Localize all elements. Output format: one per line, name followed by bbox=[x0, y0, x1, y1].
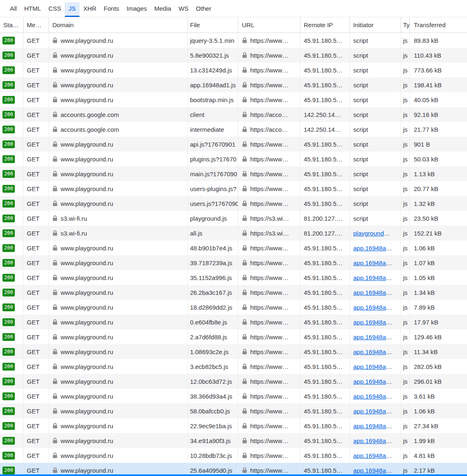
filter-tab-xhr[interactable]: XHR bbox=[80, 2, 100, 15]
table-row[interactable]: 200 GET www.playground.ru 13.c314249d.js… bbox=[0, 63, 467, 77]
table-row[interactable]: 200 GET www.playground.ru 39.7187239a.js… bbox=[0, 255, 467, 270]
file-cell: 12.0bc63d72.js bbox=[188, 374, 238, 389]
status-badge: 200 bbox=[2, 170, 15, 178]
url-cell: https://www… bbox=[238, 270, 300, 285]
table-row[interactable]: 200 GET www.playground.ru 26.2ba3c167.js… bbox=[0, 285, 467, 300]
table-row[interactable]: 200 GET accounts.google.com client https… bbox=[0, 107, 467, 122]
column-header-type[interactable]: Ty bbox=[401, 17, 410, 33]
filter-tab-media[interactable]: Media bbox=[150, 2, 175, 15]
transferred-cell: 152.21 kB bbox=[410, 226, 467, 240]
status-cell: 200 bbox=[0, 77, 23, 92]
initiator-link[interactable]: app.16948a bbox=[353, 363, 386, 370]
filter-tab-all[interactable]: All bbox=[6, 2, 21, 15]
table-row[interactable]: 200 GET www.playground.ru bootstrap.min.… bbox=[0, 92, 467, 107]
column-header-method[interactable]: Me… bbox=[23, 17, 49, 33]
table-row[interactable]: 200 GET www.playground.ru main.js?176709… bbox=[0, 166, 467, 181]
type-cell: js bbox=[401, 270, 410, 285]
domain-text: www.playground.ru bbox=[61, 52, 113, 59]
initiator-link[interactable]: app.16948a bbox=[353, 393, 386, 400]
initiator-cell: script bbox=[350, 137, 401, 152]
table-row[interactable]: 200 GET www.playground.ru 1.08693c2e.js … bbox=[0, 344, 467, 359]
table-row[interactable]: 200 GET www.playground.ru 48.b901b7e4.js… bbox=[0, 240, 467, 255]
table-row[interactable]: 200 GET www.playground.ru api.js?1767090… bbox=[0, 137, 467, 152]
initiator-link[interactable]: app.16948a bbox=[353, 259, 386, 266]
method-cell: GET bbox=[23, 181, 49, 196]
initiator-link[interactable]: app.16948a bbox=[353, 408, 386, 415]
transferred-cell: 773.66 kB bbox=[410, 63, 467, 77]
lock-icon bbox=[52, 423, 58, 429]
file-cell: intermediate bbox=[188, 122, 238, 137]
url-text: https://acco… bbox=[250, 111, 288, 118]
column-header-url[interactable]: URL bbox=[238, 17, 300, 33]
initiator-link[interactable]: app.16948a bbox=[353, 304, 386, 311]
file-cell: app.16948ad1.js bbox=[188, 77, 238, 92]
table-row[interactable]: 200 GET www.playground.ru 58.0bafccb0.js… bbox=[0, 404, 467, 418]
initiator-cell: script bbox=[350, 166, 401, 181]
table-row[interactable]: 200 GET www.playground.ru 12.0bc63d72.js… bbox=[0, 374, 467, 389]
table-row[interactable]: 200 GET www.playground.ru 10.28bdb73c.js… bbox=[0, 448, 467, 463]
filter-tab-images[interactable]: Images bbox=[123, 2, 150, 15]
initiator-link[interactable]: app.16948a bbox=[353, 422, 386, 429]
table-row[interactable]: 200 GET www.playground.ru plugins.js?176… bbox=[0, 152, 467, 166]
transferred-cell: 1.34 kB bbox=[410, 285, 467, 300]
initiator-link[interactable]: app.16948a bbox=[353, 437, 386, 444]
column-header-domain[interactable]: Domain bbox=[49, 17, 188, 33]
table-row[interactable]: 200 GET www.playground.ru 3.ecb82bc5.js … bbox=[0, 359, 467, 374]
url-cell: https://www… bbox=[238, 166, 300, 181]
table-row[interactable]: 200 GET www.playground.ru 0.e604fb8e.js … bbox=[0, 315, 467, 329]
table-row[interactable]: 200 GET s3.wi-fi.ru all.js https://s3.wi… bbox=[0, 226, 467, 240]
lock-icon bbox=[242, 378, 247, 385]
initiator-link[interactable]: app.16948a bbox=[353, 348, 386, 355]
url-text: https://www… bbox=[250, 437, 289, 444]
table-row[interactable]: 200 GET www.playground.ru 22.9ec9e1ba.js… bbox=[0, 418, 467, 433]
url-cell: https://www… bbox=[238, 418, 300, 433]
initiator-link[interactable]: app.16948a bbox=[353, 319, 386, 326]
url-cell: https://acco… bbox=[238, 122, 300, 137]
filter-tab-html[interactable]: HTML bbox=[21, 2, 45, 15]
table-row[interactable]: 200 GET www.playground.ru jquery-3.5.1.m… bbox=[0, 33, 467, 48]
column-header-transferred[interactable]: Transferred bbox=[410, 17, 467, 33]
table-row[interactable]: 200 GET www.playground.ru 34.e91a90f3.js… bbox=[0, 433, 467, 448]
initiator-link[interactable]: app.16948a bbox=[353, 378, 386, 385]
column-header-initiator[interactable]: Initiator bbox=[350, 17, 401, 33]
table-row[interactable]: 200 GET www.playground.ru 2.a7d6fd88.js … bbox=[0, 329, 467, 344]
table-row[interactable]: 200 GET s3.wi-fi.ru playground.js https:… bbox=[0, 211, 467, 226]
table-row[interactable]: 200 GET www.playground.ru users.js?17670… bbox=[0, 196, 467, 211]
table-row[interactable]: 200 GET www.playground.ru app.16948ad1.j… bbox=[0, 77, 467, 92]
table-row[interactable]: 200 GET www.playground.ru 38.366d93a4.js… bbox=[0, 389, 467, 404]
table-row[interactable]: 200 GET www.playground.ru 5.8e900321.js … bbox=[0, 48, 467, 63]
column-header-status[interactable]: Sta… bbox=[0, 17, 23, 33]
status-cell: 200 bbox=[0, 404, 23, 418]
file-cell: 18.d2869dd2.js bbox=[188, 300, 238, 315]
url-text: https://www… bbox=[250, 245, 289, 252]
initiator-link[interactable]: app.16948a bbox=[353, 289, 386, 296]
file-cell: plugins.js?17670 bbox=[188, 152, 238, 166]
domain-cell: www.playground.ru bbox=[49, 329, 188, 344]
filter-tab-other[interactable]: Other bbox=[192, 2, 215, 15]
file-cell: bootstrap.min.js bbox=[188, 92, 238, 107]
initiator-link[interactable]: app.16948a bbox=[353, 245, 386, 252]
initiator-link[interactable]: app.16948a bbox=[353, 274, 386, 281]
filter-tab-js[interactable]: JS bbox=[65, 2, 80, 15]
lock-icon bbox=[242, 423, 247, 429]
lock-icon bbox=[52, 467, 58, 474]
initiator-link[interactable]: app.16948a bbox=[353, 467, 386, 474]
filter-tab-fonts[interactable]: Fonts bbox=[100, 2, 123, 15]
lock-icon bbox=[52, 67, 58, 73]
filter-tab-ws[interactable]: WS bbox=[175, 2, 192, 15]
initiator-link[interactable]: playground bbox=[353, 230, 384, 237]
table-row[interactable]: 200 GET www.playground.ru 35.1152a996.js… bbox=[0, 270, 467, 285]
column-header-file[interactable]: File bbox=[188, 17, 238, 33]
initiator-link[interactable]: app.16948a bbox=[353, 334, 386, 341]
table-row[interactable]: 200 GET www.playground.ru 18.d2869dd2.js… bbox=[0, 300, 467, 315]
file-cell: 0.e604fb8e.js bbox=[188, 315, 238, 329]
initiator-truncation-ellipsis: … bbox=[386, 422, 392, 429]
remote-ip-cell: 45.91.180.5… bbox=[300, 448, 350, 463]
column-header-remote-ip[interactable]: Remote IP bbox=[300, 17, 350, 33]
type-cell: js bbox=[401, 300, 410, 315]
table-row[interactable]: 200 GET accounts.google.com intermediate… bbox=[0, 122, 467, 137]
filter-tab-css[interactable]: CSS bbox=[45, 2, 65, 15]
initiator-link[interactable]: app.16948a bbox=[353, 452, 386, 459]
table-row[interactable]: 200 GET www.playground.ru users-plugins.… bbox=[0, 181, 467, 196]
status-badge: 200 bbox=[2, 333, 15, 341]
